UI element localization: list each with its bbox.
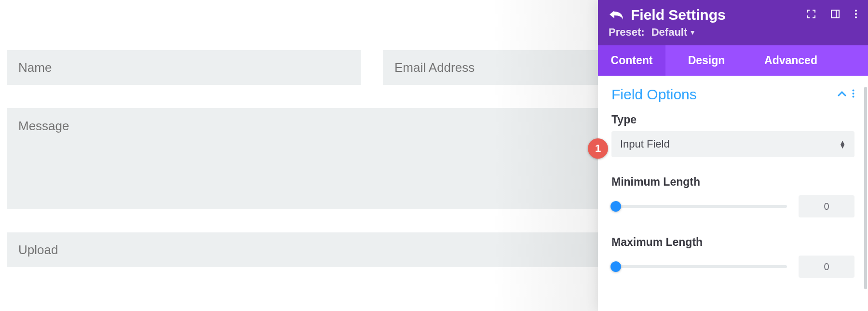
panel-body: Field Options Type Input Field ▲▼ [598, 76, 868, 311]
svg-point-3 [855, 13, 857, 15]
min-length-row [611, 195, 854, 217]
max-length-group: Maximum Length [611, 236, 854, 278]
caret-down-icon: ▼ [689, 28, 696, 36]
collapse-section-icon[interactable] [838, 90, 846, 99]
section-head-actions [838, 89, 854, 100]
svg-point-6 [853, 93, 854, 95]
preset-label: Preset: [609, 26, 645, 39]
section-head: Field Options [611, 86, 854, 103]
tab-design[interactable]: Design [665, 45, 747, 76]
tab-content[interactable]: Content [598, 45, 665, 76]
type-label: Type [611, 113, 854, 126]
name-field[interactable] [7, 50, 361, 85]
panel-header-actions [806, 9, 857, 21]
panel-header-top: Field Settings [609, 7, 857, 23]
panel-scrollbar[interactable] [864, 87, 867, 289]
min-length-group: Minimum Length [611, 176, 854, 217]
svg-point-7 [853, 96, 854, 98]
slider-track [611, 265, 787, 268]
slider-thumb[interactable] [610, 201, 621, 212]
min-length-label: Minimum Length [611, 176, 854, 189]
tab-advanced[interactable]: Advanced [747, 45, 834, 76]
expand-icon[interactable] [806, 9, 816, 21]
slider-track [611, 205, 787, 208]
svg-point-5 [853, 90, 854, 92]
section-kebab-icon[interactable] [852, 89, 854, 100]
panel-tabs: Content Design Advanced [598, 45, 868, 76]
max-length-label: Maximum Length [611, 236, 854, 249]
max-length-slider[interactable] [611, 261, 787, 272]
panel-title: Field Settings [631, 7, 726, 23]
min-length-slider[interactable] [611, 201, 787, 212]
svg-rect-0 [831, 10, 839, 18]
kebab-menu-icon[interactable] [854, 9, 857, 21]
type-select-value: Input Field [620, 138, 670, 150]
preset-value: Default [651, 26, 688, 39]
max-length-value[interactable] [799, 256, 854, 278]
section-title: Field Options [611, 86, 697, 103]
sort-arrows-icon: ▲▼ [839, 140, 846, 148]
settings-panel: Field Settings [598, 0, 868, 311]
panel-layout-icon[interactable] [830, 9, 840, 21]
type-select[interactable]: Input Field ▲▼ [611, 131, 854, 157]
panel-header: Field Settings [598, 0, 868, 45]
preset-selector[interactable]: Preset: Default ▼ [609, 26, 857, 39]
svg-point-2 [855, 10, 857, 12]
slider-thumb[interactable] [610, 261, 621, 272]
max-length-row [611, 256, 854, 278]
min-length-value[interactable] [799, 195, 854, 217]
step-badge-1: 1 [588, 138, 608, 159]
svg-point-4 [855, 16, 857, 18]
back-icon[interactable] [609, 9, 624, 21]
